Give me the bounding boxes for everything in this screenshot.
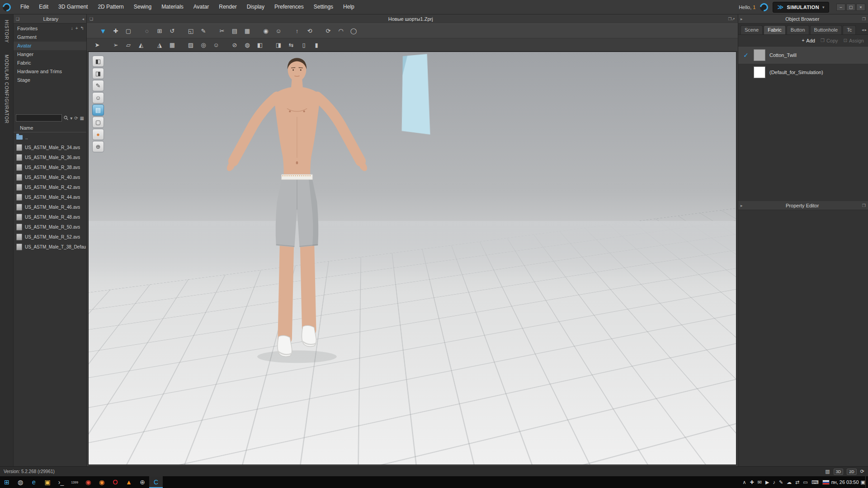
close-button[interactable]: × bbox=[856, 4, 865, 11]
add-icon[interactable]: + bbox=[75, 26, 78, 31]
object-browser-tab[interactable]: Buttonhole bbox=[810, 25, 842, 34]
library-file-row[interactable]: US_ASTM_Male_R_42.avs bbox=[14, 182, 86, 192]
popout-icon[interactable]: ❏ bbox=[90, 17, 93, 21]
library-file-row[interactable]: US_ASTM_Male_R_52.avs bbox=[14, 232, 86, 242]
avatar-icon[interactable]: ☺ bbox=[273, 26, 284, 37]
search-filter-caret-icon[interactable]: ▾ bbox=[70, 116, 72, 121]
parent-folder-row[interactable]: .. bbox=[14, 132, 86, 142]
render-style-icon[interactable]: ◨ bbox=[92, 68, 104, 79]
dual-view-icon[interactable]: ▥ bbox=[825, 469, 830, 474]
thumbnail-grid-icon[interactable]: ▦ bbox=[80, 116, 84, 121]
menu-item[interactable]: Render bbox=[214, 0, 241, 14]
show-avatar-icon[interactable]: ◎ bbox=[198, 39, 209, 50]
curve-icon[interactable]: ◠ bbox=[335, 26, 347, 37]
notification-center-icon[interactable]: ▣ bbox=[861, 479, 865, 485]
simulate-icon[interactable]: ▼ bbox=[97, 26, 109, 37]
edge-icon[interactable]: e bbox=[27, 476, 41, 488]
library-category[interactable]: Avatar bbox=[14, 42, 86, 50]
popout-icon[interactable]: ❐ bbox=[862, 17, 866, 21]
fold-right-icon[interactable]: ⟳ bbox=[322, 26, 334, 37]
show-head-icon[interactable]: ☺ bbox=[210, 39, 222, 50]
avatar-show-icon[interactable]: ☺ bbox=[92, 92, 104, 103]
clo-account-icon[interactable] bbox=[759, 1, 770, 13]
lift-icon[interactable]: ↑ bbox=[291, 26, 303, 37]
fabric-panel[interactable] bbox=[400, 54, 430, 137]
maximize-button[interactable]: ▢ bbox=[846, 4, 855, 11]
globe-icon[interactable]: ⊕ bbox=[92, 141, 104, 152]
fold-left-icon[interactable]: ⟲ bbox=[304, 26, 316, 37]
network-icon[interactable]: ⇄ bbox=[795, 479, 799, 485]
firefox-icon[interactable]: ◉ bbox=[95, 476, 108, 488]
menu-item[interactable]: Help bbox=[338, 0, 359, 14]
library-file-row[interactable]: US_ASTM_Male_R_34.avs bbox=[14, 142, 86, 152]
library-file-row[interactable]: US_ASTM_Male_R_48.avs bbox=[14, 212, 86, 222]
side-tab[interactable]: MODULAR CONFIGURATOR bbox=[4, 55, 9, 124]
avatar-model[interactable] bbox=[213, 53, 381, 379]
play-icon[interactable]: ▶ bbox=[765, 479, 769, 485]
library-file-row[interactable]: US_ASTM_Male_R_38.avs bbox=[14, 162, 86, 172]
texture-a-icon[interactable]: ◧ bbox=[254, 39, 266, 50]
globe-icon[interactable]: ⊕ bbox=[136, 476, 149, 488]
refresh-icon[interactable]: ⟳ bbox=[860, 469, 864, 474]
menu-item[interactable]: 3D Garment bbox=[53, 0, 93, 14]
menu-item[interactable]: Materials bbox=[156, 0, 189, 14]
menu-item[interactable]: 2D Pattern bbox=[93, 0, 128, 14]
grid-points-icon[interactable]: ▦ bbox=[166, 39, 178, 50]
refresh-icon[interactable]: ⟳ bbox=[74, 116, 78, 121]
fabric-list-item[interactable]: ✓ Cotton_Twill bbox=[738, 47, 868, 64]
clo-icon[interactable]: C bbox=[149, 476, 163, 488]
back-icon[interactable]: ↰ bbox=[80, 26, 84, 31]
menu-item[interactable]: Edit bbox=[34, 0, 53, 14]
counter-icon[interactable]: 1399 bbox=[68, 476, 81, 488]
fabric-swatch[interactable] bbox=[754, 49, 765, 61]
slider-icon[interactable]: ⇆ bbox=[285, 39, 297, 50]
side-tab[interactable]: HISTORY bbox=[4, 20, 9, 43]
marquee-select-icon[interactable]: ▢ bbox=[123, 26, 134, 37]
pan-icon[interactable]: ✚ bbox=[110, 26, 122, 37]
walk-pose-icon[interactable]: ➤ bbox=[91, 39, 103, 50]
pose-edit-icon[interactable]: ➢ bbox=[110, 39, 122, 50]
language-flag-icon[interactable] bbox=[822, 480, 830, 485]
lock-avatar-icon[interactable]: ⊘ bbox=[229, 39, 241, 50]
collapse-arrow-icon[interactable]: ◂ bbox=[82, 17, 84, 21]
minimize-button[interactable]: – bbox=[836, 4, 845, 11]
float-window-icon[interactable]: ❐ bbox=[728, 17, 731, 21]
mail-icon[interactable]: ✉ bbox=[758, 479, 762, 485]
search-icon[interactable] bbox=[64, 116, 68, 120]
library-category[interactable]: Fabric bbox=[14, 59, 86, 67]
rotate-gizmo-icon[interactable]: ↺ bbox=[166, 26, 178, 37]
hidden-icons-chevron-icon[interactable]: ∧ bbox=[742, 479, 746, 485]
tab-next-icon[interactable]: ▸ bbox=[864, 28, 867, 32]
object-browser-tab[interactable]: Scene bbox=[741, 25, 763, 34]
simulation-mode-dropdown[interactable]: ≫ SIMULATION ▾ bbox=[773, 2, 829, 13]
move-gizmo-icon[interactable]: ⊞ bbox=[154, 26, 165, 37]
sphere-icon[interactable]: ◍ bbox=[241, 39, 253, 50]
arrangement-points-icon[interactable]: ▦ bbox=[241, 26, 253, 37]
library-file-row[interactable]: US_ASTM_Male_R_36.avs bbox=[14, 152, 86, 162]
library-file-row[interactable]: US_ASTM_Male_T_38_Defau bbox=[14, 242, 86, 252]
pen-icon[interactable]: ✎ bbox=[779, 479, 783, 485]
user-name[interactable]: 1 bbox=[753, 5, 755, 10]
start-button[interactable]: ⊞ bbox=[0, 476, 14, 488]
fabric-list-item[interactable]: (Default_for_Simulation) bbox=[738, 64, 868, 81]
pins-icon[interactable]: ◉ bbox=[260, 26, 272, 37]
grid-points2-icon[interactable]: ▨ bbox=[185, 39, 197, 50]
view-3d-button[interactable]: 3D bbox=[834, 469, 844, 475]
chrome-icon[interactable]: ◉ bbox=[81, 476, 95, 488]
file-explorer-icon[interactable]: ▣ bbox=[41, 476, 54, 488]
mesh-edit-icon[interactable]: ◮ bbox=[154, 39, 165, 50]
popout-icon[interactable]: ❏ bbox=[16, 17, 19, 21]
download-icon[interactable]: ↓ bbox=[71, 26, 73, 31]
external-link-icon[interactable]: ↗ bbox=[731, 17, 735, 21]
pen-icon[interactable]: ✎ bbox=[198, 26, 209, 37]
menu-item[interactable]: Display bbox=[242, 0, 269, 14]
scissors-icon[interactable]: ✂ bbox=[216, 26, 228, 37]
mesh-select-icon[interactable]: ◭ bbox=[135, 39, 147, 50]
console-icon[interactable]: ›_ bbox=[54, 476, 68, 488]
keyboard-icon[interactable]: ⌨ bbox=[811, 479, 819, 485]
library-category[interactable]: Hardware and Trims bbox=[14, 67, 86, 76]
library-file-row[interactable]: US_ASTM_Male_R_46.avs bbox=[14, 202, 86, 212]
scale-gizmo-icon[interactable]: ◱ bbox=[185, 26, 197, 37]
object-browser-tab[interactable]: Button bbox=[787, 25, 809, 34]
name-column-header[interactable]: Name bbox=[14, 123, 86, 132]
